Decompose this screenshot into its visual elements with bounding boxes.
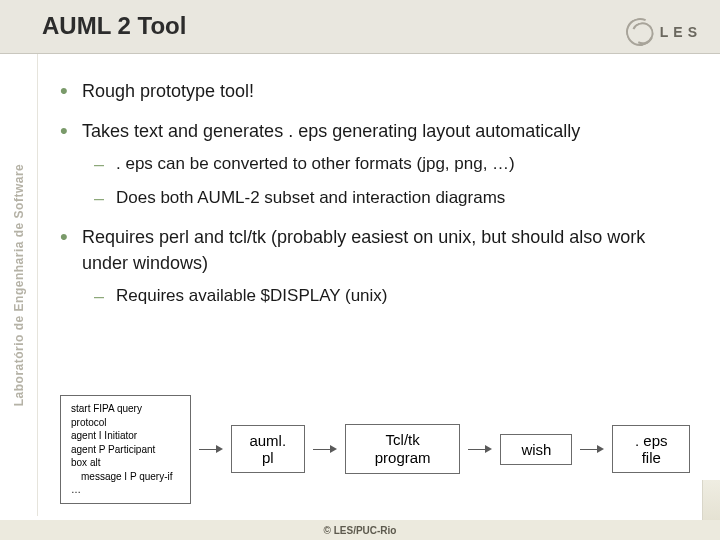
pipeline-box-tcltk: Tcl/tk program [345, 424, 461, 474]
sub-text: Does both AUML-2 subset and interaction … [116, 188, 505, 207]
code-line: agent P Participant [71, 443, 155, 457]
left-vertical-label: Laboratório de Engenharia de Software [12, 164, 26, 407]
arrow-right-icon [468, 444, 492, 454]
pipeline-box-wish: wish [500, 434, 572, 465]
pipeline-box-source: start FIPA query protocol agent I Initia… [60, 395, 191, 504]
content: Rough prototype tool! Takes text and gen… [60, 78, 690, 322]
logo-swirl-icon [622, 14, 658, 50]
pipeline-box-eps: . eps file [612, 425, 690, 473]
arrow-right-icon [580, 444, 604, 454]
bullet-text: Requires perl and tcl/tk (probably easie… [82, 227, 645, 273]
code-line: start FIPA query protocol [71, 402, 180, 429]
pipeline-box-auml: auml. pl [231, 425, 305, 473]
code-line: box alt [71, 456, 100, 470]
arrow-right-icon [313, 444, 337, 454]
code-line: … [71, 483, 81, 497]
pipeline-diagram: start FIPA query protocol agent I Initia… [60, 395, 690, 504]
logo-text: LES [660, 24, 702, 40]
bullet-item: Rough prototype tool! [60, 78, 690, 104]
header: AUML 2 Tool LES [0, 0, 720, 54]
footer-decoration [702, 480, 720, 520]
sub-text: Requires available $DISPLAY (unix) [116, 286, 388, 305]
footer: © LES/PUC-Rio [0, 520, 720, 540]
footer-text: © LES/PUC-Rio [324, 525, 397, 536]
sub-item: Does both AUML-2 subset and interaction … [94, 186, 690, 210]
sub-list: Requires available $DISPLAY (unix) [94, 284, 690, 308]
sub-text: . eps can be converted to other formats … [116, 154, 515, 173]
arrow-right-icon [199, 444, 223, 454]
bullet-item: Takes text and generates . eps generatin… [60, 118, 690, 210]
page-title: AUML 2 Tool [42, 12, 186, 40]
slide: AUML 2 Tool LES Laboratório de Engenhari… [0, 0, 720, 540]
left-band: Laboratório de Engenharia de Software [0, 54, 38, 516]
bullet-text: Rough prototype tool! [82, 81, 254, 101]
sub-item: . eps can be converted to other formats … [94, 152, 690, 176]
code-line: agent I Initiator [71, 429, 137, 443]
code-line: message I P query-if [71, 470, 173, 484]
sub-item: Requires available $DISPLAY (unix) [94, 284, 690, 308]
logo: LES [626, 18, 702, 46]
bullet-text: Takes text and generates . eps generatin… [82, 121, 580, 141]
bullet-item: Requires perl and tcl/tk (probably easie… [60, 224, 690, 308]
sub-list: . eps can be converted to other formats … [94, 152, 690, 210]
bullet-list: Rough prototype tool! Takes text and gen… [60, 78, 690, 308]
